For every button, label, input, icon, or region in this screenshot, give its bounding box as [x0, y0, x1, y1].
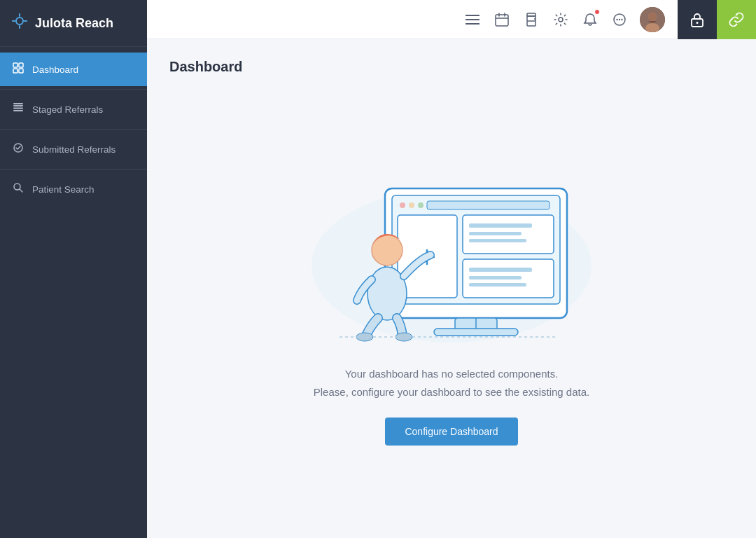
topbar	[147, 0, 756, 39]
svg-rect-6	[19, 63, 23, 67]
sidebar-item-dashboard-label: Dashboard	[32, 64, 78, 75]
chat-icon[interactable]	[606, 6, 633, 33]
menu-icon[interactable]	[459, 6, 486, 33]
svg-point-30	[621, 18, 622, 20]
svg-rect-19	[496, 15, 508, 26]
svg-point-29	[619, 18, 620, 20]
svg-rect-56	[434, 329, 518, 336]
topbar-action-buttons	[678, 0, 756, 39]
svg-point-36	[696, 22, 699, 24]
sidebar-nav: Dashboard Staged Referrals	[0, 53, 147, 206]
sidebar-item-staged-referrals-label: Staged Referrals	[32, 104, 103, 115]
svg-rect-54	[469, 283, 526, 287]
avatar-image	[640, 7, 665, 32]
svg-rect-9	[13, 105, 23, 106]
svg-rect-23	[527, 21, 536, 26]
sidebar-item-staged-referrals[interactable]: Staged Referrals	[0, 92, 147, 126]
dashboard-icon	[13, 62, 24, 76]
patient-search-icon	[13, 182, 24, 196]
empty-state-illustration	[284, 125, 620, 343]
svg-rect-53	[469, 276, 522, 280]
svg-point-0	[16, 18, 23, 25]
sidebar-item-dashboard[interactable]: Dashboard	[0, 53, 147, 86]
svg-rect-49	[469, 232, 522, 235]
app-name: Julota Reach	[35, 16, 113, 31]
svg-rect-48	[469, 223, 532, 228]
print-icon[interactable]	[518, 6, 545, 33]
svg-point-42	[418, 202, 424, 208]
sidebar: Julota Reach Dashboard	[0, 0, 147, 538]
svg-rect-12	[13, 103, 23, 104]
notification-badge	[594, 9, 600, 15]
empty-state-text: Your dashboard has no selected component…	[314, 365, 589, 401]
svg-point-26	[559, 18, 563, 22]
sidebar-item-submitted-referrals-label: Submitted Referrals	[32, 144, 115, 155]
svg-rect-43	[427, 201, 550, 209]
app-logo[interactable]: Julota Reach	[0, 0, 147, 47]
avatar[interactable]	[640, 7, 665, 32]
svg-rect-24	[527, 13, 536, 16]
page-title: Dashboard	[169, 59, 734, 75]
logo-icon	[11, 13, 28, 34]
svg-rect-7	[13, 69, 18, 73]
lock-button[interactable]	[678, 0, 717, 39]
svg-point-28	[616, 18, 617, 20]
main-area: Dashboard	[147, 0, 756, 538]
svg-rect-8	[19, 69, 23, 73]
sidebar-item-patient-search[interactable]: Patient Search	[0, 172, 147, 206]
page-content: Dashboard	[147, 39, 756, 538]
sidebar-item-patient-search-label: Patient Search	[32, 184, 94, 195]
submitted-referrals-icon	[13, 142, 24, 156]
svg-point-40	[400, 202, 405, 208]
calendar-icon[interactable]	[489, 6, 515, 33]
svg-rect-11	[13, 110, 23, 111]
staged-referrals-icon	[13, 102, 24, 116]
svg-rect-10	[13, 108, 23, 109]
svg-rect-50	[469, 239, 526, 242]
topbar-icons	[451, 6, 678, 33]
svg-rect-5	[13, 63, 18, 67]
svg-point-34	[648, 13, 657, 21]
svg-point-25	[534, 18, 536, 20]
settings-icon[interactable]	[547, 6, 574, 33]
configure-dashboard-button[interactable]: Configure Dashboard	[385, 418, 517, 446]
bell-icon[interactable]	[577, 6, 603, 33]
link-button[interactable]	[717, 0, 756, 39]
empty-state: Your dashboard has no selected component…	[169, 81, 734, 518]
svg-line-15	[20, 189, 22, 192]
sidebar-item-submitted-referrals[interactable]: Submitted Referrals	[0, 132, 147, 166]
svg-point-41	[409, 202, 414, 208]
svg-rect-52	[469, 268, 532, 272]
